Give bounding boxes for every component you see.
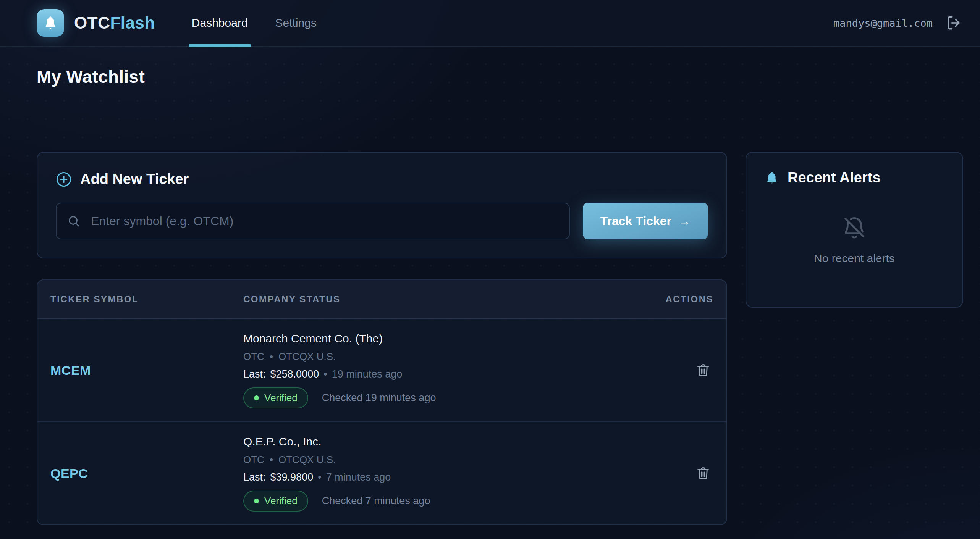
table-header-row: TICKER SYMBOL COMPANY STATUS ACTIONS — [37, 280, 726, 319]
ticker-symbol: QEPC — [50, 466, 243, 481]
checked-ago-text: Checked 7 minutes ago — [322, 495, 430, 507]
column-header-ticker-symbol: TICKER SYMBOL — [50, 294, 243, 305]
watchlist-table: TICKER SYMBOL COMPANY STATUS ACTIONS MCE… — [37, 279, 727, 525]
column-header-company-status: COMPANY STATUS — [243, 294, 660, 305]
logout-icon — [946, 15, 962, 31]
delete-ticker-button[interactable] — [693, 463, 713, 484]
column-header-actions: ACTIONS — [666, 294, 714, 305]
company-meta: OTC • OTCQX U.S. — [243, 351, 660, 363]
company-name: Monarch Cement Co. (The) — [243, 332, 660, 345]
tab-settings[interactable]: Settings — [275, 0, 317, 46]
company-name: Q.E.P. Co., Inc. — [243, 435, 660, 448]
page-title: My Watchlist — [37, 66, 943, 87]
table-row: QEPC Q.E.P. Co., Inc. OTC • OTCQX U.S. L… — [37, 421, 726, 524]
last-price-line: Last: $258.0000 • 19 minutes ago — [243, 368, 660, 380]
plus-circle-icon — [56, 171, 72, 187]
bullet-separator: • — [323, 368, 327, 380]
trash-icon — [696, 363, 710, 378]
company-meta: OTC • OTCQX U.S. — [243, 454, 660, 466]
arrow-right-icon: → — [678, 214, 691, 228]
track-ticker-button[interactable]: Track Ticker → — [583, 203, 708, 239]
bullet-separator: • — [318, 471, 321, 483]
bullet-separator: • — [270, 351, 273, 363]
logout-button[interactable] — [944, 13, 963, 32]
recent-alerts-heading: Recent Alerts — [765, 169, 944, 186]
checked-ago-text: Checked 19 minutes ago — [322, 392, 436, 404]
delete-ticker-button[interactable] — [693, 360, 713, 381]
brand-name: OTCFlash — [74, 13, 155, 32]
bell-off-icon — [841, 215, 868, 242]
app-logo — [37, 9, 64, 37]
user-email: mandys@gmail.com — [833, 17, 933, 29]
status-dot — [254, 499, 259, 503]
symbol-input[interactable] — [56, 203, 570, 239]
add-ticker-heading: Add New Ticker — [56, 171, 708, 187]
bullet-separator: • — [270, 454, 273, 466]
verified-badge: Verified — [243, 387, 308, 408]
add-ticker-card: Add New Ticker Track Ticker → — [37, 152, 727, 258]
bell-icon — [765, 171, 779, 185]
verified-badge: Verified — [243, 491, 308, 512]
last-price-line: Last: $39.9800 • 7 minutes ago — [243, 471, 660, 483]
tab-dashboard[interactable]: Dashboard — [192, 0, 248, 46]
status-dot — [254, 395, 259, 400]
symbol-input-wrap — [56, 203, 570, 239]
bell-icon — [43, 15, 58, 31]
table-row: MCEM Monarch Cement Co. (The) OTC • OTCQ… — [37, 319, 726, 421]
trash-icon — [696, 466, 710, 481]
ticker-symbol: MCEM — [50, 363, 243, 378]
alerts-empty-text: No recent alerts — [814, 252, 895, 265]
main-column: Add New Ticker Track Ticker → — [37, 152, 727, 525]
alerts-empty-state: No recent alerts — [765, 186, 944, 290]
recent-alerts-panel: Recent Alerts No recent alerts — [746, 152, 963, 308]
main-nav: Dashboard Settings — [192, 0, 317, 46]
top-nav-bar: OTCFlash Dashboard Settings mandys@gmail… — [0, 0, 980, 47]
